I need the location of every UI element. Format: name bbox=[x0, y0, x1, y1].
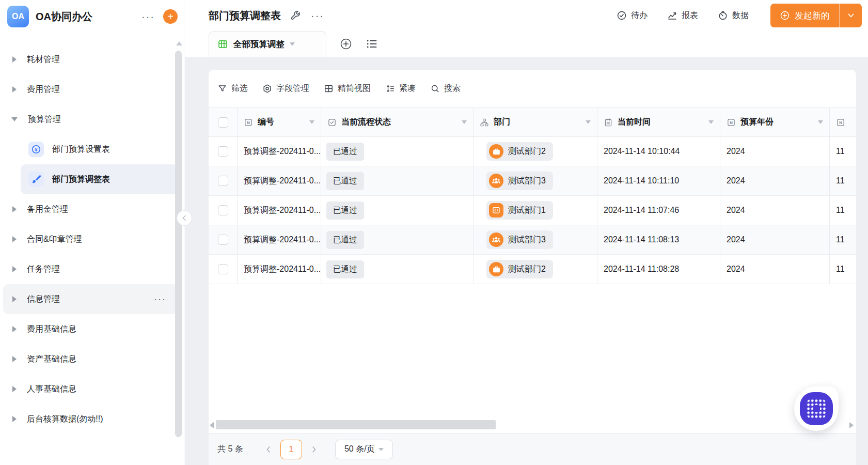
table-row[interactable]: 预算调整-202411-0... 已通过 测试部门1 2024-11-14 bbox=[209, 196, 856, 225]
row-checkbox[interactable] bbox=[218, 235, 228, 245]
cell-time: 2024-11-14 10:10:44 bbox=[597, 137, 720, 166]
scroll-up-icon[interactable] bbox=[176, 41, 182, 45]
next-page-icon[interactable] bbox=[310, 446, 318, 453]
chevron-down-icon[interactable] bbox=[462, 120, 467, 124]
sidebar-item-expense-base-info[interactable]: 费用基础信息 bbox=[3, 314, 178, 344]
sidebar-item-petty-cash[interactable]: 备用金管理 bbox=[3, 194, 178, 224]
row-checkbox[interactable] bbox=[218, 205, 228, 215]
view-list-button[interactable] bbox=[366, 38, 378, 50]
column-header-clipped[interactable]: N bbox=[830, 108, 856, 136]
dept-avatar bbox=[489, 144, 503, 159]
sidebar-collapse-button[interactable] bbox=[177, 210, 192, 226]
sidebar-item-asset-base-info[interactable]: 资产基础信息 bbox=[3, 344, 178, 374]
column-header-dept[interactable]: 部门 bbox=[474, 108, 597, 136]
number-field-icon: N bbox=[727, 118, 736, 127]
sidebar-item-label: 预算管理 bbox=[28, 114, 61, 125]
assistant-floating-button[interactable] bbox=[794, 386, 839, 431]
column-header-time[interactable]: 当前时间 bbox=[597, 108, 720, 136]
sidebar-scrollbar[interactable] bbox=[175, 51, 182, 437]
row-checkbox[interactable] bbox=[218, 146, 228, 157]
horizontal-scrollbar[interactable] bbox=[216, 420, 496, 429]
column-label: 预算年份 bbox=[740, 117, 774, 128]
sidebar-item-label: 部门预算设置表 bbox=[52, 144, 110, 155]
svg-text:N: N bbox=[730, 120, 733, 125]
plus-circle-icon bbox=[340, 38, 352, 50]
sidebar-item-consumables[interactable]: 耗材管理 bbox=[3, 44, 178, 74]
cell-time: 2024-11-14 10:11:10 bbox=[597, 166, 720, 195]
sidebar-item-backend-accounting[interactable]: 后台核算数据(勿动!!) bbox=[3, 404, 178, 434]
add-icon[interactable]: + bbox=[163, 9, 178, 24]
filter-label: 筛选 bbox=[231, 83, 248, 94]
sidebar-item-hr-base-info[interactable]: 人事基础信息 bbox=[3, 374, 178, 404]
number-field-icon: N bbox=[836, 118, 845, 127]
chevron-down-icon[interactable] bbox=[586, 120, 591, 124]
hscroll-right-arrow[interactable] bbox=[849, 422, 854, 428]
tab-all-budget-adjust[interactable]: 全部预算调整 bbox=[209, 31, 326, 57]
chevron-left-icon bbox=[181, 215, 187, 221]
sidebar-item-information[interactable]: 信息管理 ··· bbox=[3, 284, 178, 314]
sidebar: OA OA协同办公 ··· + 耗材管理 费用管理 预算管理 ¥ 部门 bbox=[0, 0, 184, 465]
field-manage-button[interactable]: 字段管理 bbox=[262, 83, 309, 94]
column-label: 部门 bbox=[494, 117, 510, 128]
header-more-icon[interactable]: ··· bbox=[311, 10, 324, 22]
tab-actions bbox=[340, 31, 378, 57]
status-badge: 已通过 bbox=[326, 202, 364, 220]
sidebar-item-label: 费用基础信息 bbox=[27, 324, 76, 335]
wrench-icon[interactable] bbox=[289, 10, 301, 21]
chevron-down-icon[interactable] bbox=[290, 42, 295, 46]
select-all-cell bbox=[209, 108, 238, 136]
page-size-select[interactable]: 50 条/页 bbox=[335, 440, 393, 459]
cell-status: 已通过 bbox=[321, 137, 474, 166]
simple-view-button[interactable]: 精简视图 bbox=[324, 83, 371, 94]
dept-name: 测试部门2 bbox=[508, 146, 546, 157]
table-row[interactable]: 预算调整-202411-0... 已通过 测试部门2 2024-11-14 bbox=[209, 255, 856, 284]
create-new-button[interactable]: 发起新的 bbox=[770, 4, 839, 27]
chevron-down-icon[interactable] bbox=[309, 120, 314, 124]
hscroll-left-arrow[interactable] bbox=[210, 422, 214, 428]
row-height-button[interactable]: 紧凑 bbox=[385, 83, 416, 94]
sidebar-item-budget[interactable]: 预算管理 bbox=[3, 104, 178, 134]
sidebar-more-icon[interactable]: ··· bbox=[141, 11, 155, 23]
item-more-icon[interactable]: ··· bbox=[154, 294, 166, 305]
column-header-code[interactable]: N 编号 bbox=[238, 108, 321, 136]
status-badge: 已通过 bbox=[326, 143, 364, 161]
column-label: 编号 bbox=[258, 117, 274, 128]
prev-page-icon[interactable] bbox=[265, 446, 272, 453]
table-row[interactable]: 预算调整-202411-0... 已通过 测试部门3 2024-11-14 bbox=[209, 166, 856, 196]
cell-status: 已通过 bbox=[321, 196, 474, 225]
row-checkbox[interactable] bbox=[218, 176, 228, 186]
sidebar-item-budget-setting-sheet[interactable]: ¥ 部门预算设置表 bbox=[21, 134, 178, 164]
data-button[interactable]: 数据 bbox=[718, 10, 749, 21]
chevron-down-icon[interactable] bbox=[708, 120, 714, 124]
number-field-icon: N bbox=[244, 118, 253, 127]
nut-icon bbox=[262, 84, 272, 94]
cell-month: 11 bbox=[830, 166, 856, 195]
table-row[interactable]: 预算调整-202411-0... 已通过 测试部门2 2024-11-14 bbox=[209, 137, 856, 166]
table-row[interactable]: 预算调整-202411-0... 已通过 测试部门3 2024-11-14 bbox=[209, 225, 856, 255]
sidebar-item-expenses[interactable]: 费用管理 bbox=[3, 74, 178, 104]
add-view-button[interactable] bbox=[340, 38, 352, 50]
column-header-year[interactable]: N 预算年份 bbox=[720, 108, 830, 136]
svg-text:N: N bbox=[839, 120, 842, 125]
filter-button[interactable]: 筛选 bbox=[217, 83, 248, 94]
search-label: 搜索 bbox=[444, 83, 461, 94]
page-number-button[interactable]: 1 bbox=[280, 440, 302, 459]
sidebar-item-tasks[interactable]: 任务管理 bbox=[3, 254, 178, 284]
svg-text:¥: ¥ bbox=[35, 147, 38, 152]
select-all-checkbox[interactable] bbox=[218, 117, 228, 128]
report-button[interactable]: 报表 bbox=[667, 10, 698, 21]
chevron-down-icon[interactable] bbox=[818, 120, 823, 124]
todo-button[interactable]: 待办 bbox=[617, 10, 648, 21]
funnel-icon bbox=[217, 84, 227, 94]
cell-dept: 测试部门2 bbox=[474, 137, 597, 166]
create-new-dropdown[interactable] bbox=[839, 4, 862, 27]
sidebar-header: OA OA协同办公 ··· + bbox=[0, 0, 184, 33]
yen-icon: ¥ bbox=[28, 142, 44, 157]
row-checkbox[interactable] bbox=[218, 264, 228, 274]
dept-chip: 测试部门1 bbox=[486, 201, 553, 220]
create-new-split-button[interactable]: 发起新的 bbox=[770, 4, 862, 27]
column-header-status[interactable]: 当前流程状态 bbox=[321, 108, 474, 136]
search-button[interactable]: 搜索 bbox=[430, 83, 461, 94]
sidebar-item-budget-adjust-sheet[interactable]: 部门预算调整表 bbox=[21, 164, 178, 194]
sidebar-item-contract-seal[interactable]: 合同&印章管理 bbox=[3, 224, 178, 254]
